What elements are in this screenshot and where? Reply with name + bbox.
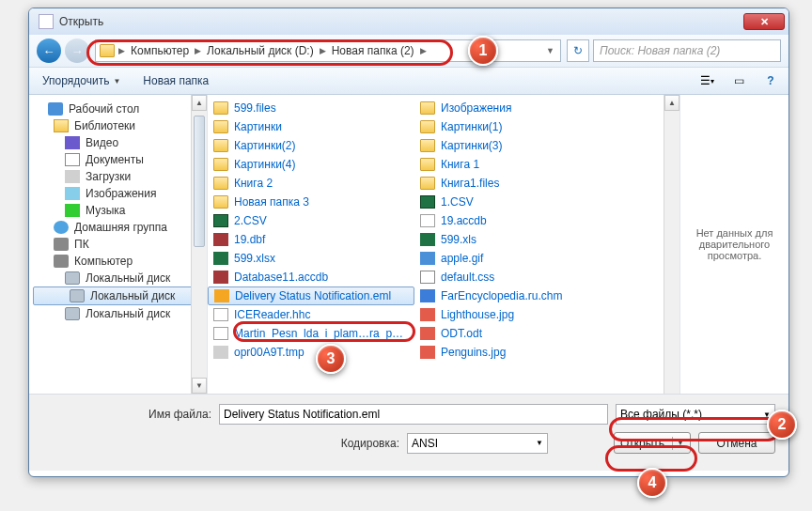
nav-label: Музыка xyxy=(86,204,125,217)
chevron-down-icon[interactable]: ▼ xyxy=(544,46,556,55)
file-item[interactable]: Картинки(4) xyxy=(208,155,414,174)
fold-icon xyxy=(420,120,435,133)
nav-label: Компьютер xyxy=(74,255,133,268)
file-item[interactable]: 1.CSV xyxy=(414,193,621,211)
group-icon xyxy=(54,221,69,234)
file-name: apple.gif xyxy=(441,252,483,265)
file-item[interactable]: Картинки xyxy=(208,117,414,136)
file-item[interactable]: Изображения xyxy=(414,99,621,117)
file-name: 599.xls xyxy=(441,233,476,246)
nav-item[interactable]: Рабочий стол xyxy=(29,101,207,117)
breadcrumb-segment[interactable]: Компьютер xyxy=(129,44,191,57)
nav-item[interactable]: Видео xyxy=(29,134,207,151)
file-item[interactable]: 599.files xyxy=(208,99,414,117)
chevron-icon[interactable]: ▶ xyxy=(418,46,429,55)
file-name: Изображения xyxy=(441,101,511,115)
navigation-pane: Рабочий столБиблиотекиВидеоДокументыЗагр… xyxy=(29,95,208,394)
chevron-icon[interactable]: ▶ xyxy=(117,46,127,55)
file-item[interactable]: ICEReader.hhc xyxy=(208,305,414,324)
fold-icon xyxy=(213,139,228,152)
file-item[interactable]: Картинки(2) xyxy=(208,136,414,155)
chevron-icon[interactable]: ▶ xyxy=(318,46,328,55)
nav-item[interactable]: Локальный диск xyxy=(33,286,203,305)
file-scrollbar[interactable]: ▲ xyxy=(664,95,679,394)
back-button[interactable]: ← xyxy=(37,39,61,63)
file-item[interactable]: 599.xls xyxy=(414,230,621,249)
breadcrumb-segment[interactable]: Локальный диск (D:) xyxy=(205,44,316,57)
nav-item[interactable]: Библиотеки xyxy=(29,117,207,134)
file-item[interactable]: 19.accdb xyxy=(414,211,621,230)
scroll-down-button[interactable]: ▼ xyxy=(192,378,207,394)
jpg-icon xyxy=(420,308,435,321)
new-folder-button[interactable]: Новая папка xyxy=(137,72,214,89)
jpg-icon xyxy=(420,346,435,359)
help-button[interactable]: ? xyxy=(760,71,781,90)
forward-button[interactable]: → xyxy=(65,39,89,63)
nav-item[interactable]: Документы xyxy=(29,151,207,168)
css-icon xyxy=(420,271,435,284)
file-name: FarEncyclopedia.ru.chm xyxy=(441,289,562,302)
preview-pane-button[interactable]: ▭ xyxy=(728,71,749,90)
fold-icon xyxy=(213,120,228,133)
file-item[interactable]: Книга 2 xyxy=(208,174,414,193)
nav-item[interactable]: Локальный диск xyxy=(29,305,207,322)
nav-item[interactable]: Музыка xyxy=(29,202,207,219)
file-item[interactable]: Delivery Status Notification.eml xyxy=(208,286,414,305)
cancel-button[interactable]: Отмена xyxy=(698,432,775,454)
file-item[interactable]: Database11.accdb xyxy=(208,268,414,286)
titlebar[interactable]: Открыть ✕ xyxy=(29,8,789,35)
scroll-thumb[interactable] xyxy=(194,116,205,247)
db-icon xyxy=(213,271,228,284)
open-file-dialog: Открыть ✕ ← → ▶ Компьютер ▶ Локальный ди… xyxy=(28,8,789,477)
encoding-select[interactable]: ANSI▼ xyxy=(407,433,548,454)
scroll-up-button[interactable]: ▲ xyxy=(664,95,679,111)
file-icon xyxy=(213,308,228,321)
file-item[interactable]: Lighthouse.jpg xyxy=(414,305,621,324)
refresh-button[interactable]: ↻ xyxy=(567,39,589,62)
view-options-button[interactable]: ☰▾ xyxy=(696,71,717,90)
file-icon xyxy=(420,214,435,227)
file-item[interactable]: Penguins.jpg xyxy=(414,343,621,362)
file-item[interactable]: Книга1.files xyxy=(414,174,621,193)
nav-item[interactable]: Компьютер xyxy=(29,253,207,270)
file-item[interactable]: apple.gif xyxy=(414,249,621,268)
fold-icon xyxy=(420,158,435,171)
file-item[interactable]: Новая папка 3 xyxy=(208,193,414,211)
organize-button[interactable]: Упорядочить▼ xyxy=(37,72,126,89)
nav-item[interactable]: Загрузки xyxy=(29,168,207,185)
nav-item[interactable]: Домашняя группа xyxy=(29,219,207,236)
file-item[interactable]: Книга 1 xyxy=(414,155,621,174)
nav-label: Рабочий стол xyxy=(69,102,139,116)
file-type-filter[interactable]: Все файлы (*.*)▼ xyxy=(616,404,775,425)
filename-input[interactable] xyxy=(219,404,608,425)
file-name: Картинки(4) xyxy=(234,158,296,171)
close-button[interactable]: ✕ xyxy=(743,13,785,30)
scroll-up-button[interactable]: ▲ xyxy=(192,95,207,111)
nav-item[interactable]: ПК xyxy=(29,236,207,253)
file-item[interactable]: opr00A9T.tmp xyxy=(208,343,414,362)
open-button[interactable]: Открыть▼ xyxy=(614,432,691,454)
file-item[interactable]: Martin_Pesn_lda_i_plam…ra_p… xyxy=(208,324,414,343)
nav-scrollbar[interactable]: ▲ ▼ xyxy=(191,95,207,394)
fold-icon xyxy=(420,139,435,152)
file-item[interactable]: 599.xlsx xyxy=(208,249,414,268)
preview-pane: Нет данных для дварительного просмотра. xyxy=(679,95,789,394)
dl-icon xyxy=(65,170,80,183)
file-item[interactable]: Картинки(3) xyxy=(414,136,621,155)
file-item[interactable]: 2.CSV xyxy=(208,211,414,230)
nav-item[interactable]: Изображения xyxy=(29,185,207,202)
nav-item[interactable]: Локальный диск xyxy=(29,270,207,286)
file-item[interactable]: FarEncyclopedia.ru.chm xyxy=(414,286,621,305)
file-name: 599.files xyxy=(234,101,276,115)
file-item[interactable]: default.css xyxy=(414,268,621,286)
search-input[interactable]: Поиск: Новая папка (2) xyxy=(593,39,781,62)
chevron-icon[interactable]: ▶ xyxy=(193,46,203,55)
file-item[interactable]: ODT.odt xyxy=(414,324,621,343)
file-name: ICEReader.hhc xyxy=(234,308,310,321)
file-item[interactable]: 19.dbf xyxy=(208,230,414,249)
nav-label: Локальный диск xyxy=(86,307,170,320)
file-name: 1.CSV xyxy=(441,195,474,209)
file-name: Книга 2 xyxy=(234,177,273,190)
breadcrumb-segment[interactable]: Новая папка (2) xyxy=(330,44,416,57)
file-item[interactable]: Картинки(1) xyxy=(414,117,621,136)
